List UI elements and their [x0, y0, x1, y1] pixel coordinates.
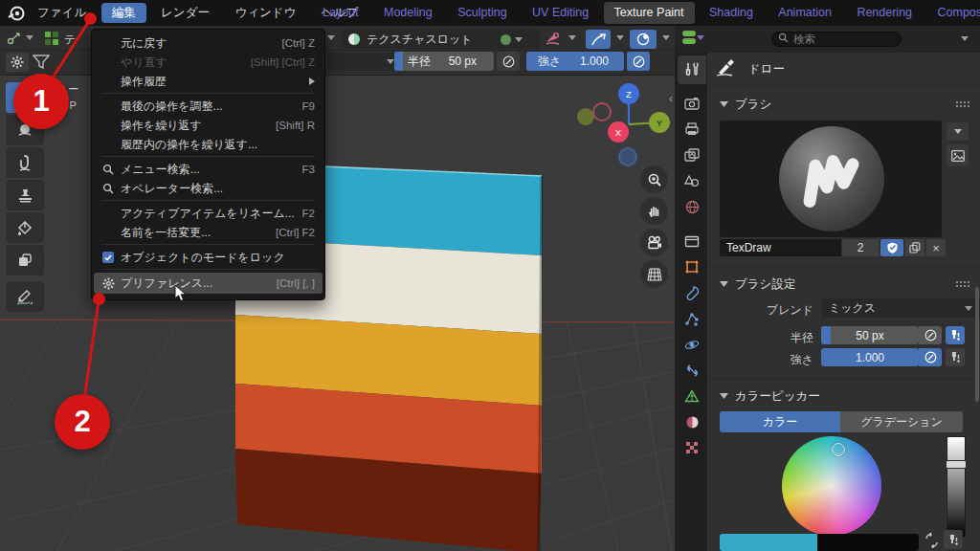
brush-color-dropdown[interactable] [496, 30, 540, 49]
tab-world[interactable] [678, 195, 706, 218]
unlink-brush-button[interactable]: × [926, 239, 946, 256]
menu-item-operator-search[interactable]: オペレーター検索... [94, 179, 323, 198]
tab-texture[interactable] [678, 436, 706, 459]
color-pressure-button[interactable] [944, 530, 963, 549]
menu-item-undo[interactable]: 元に戻す [Ctrl] Z [94, 33, 323, 53]
editor-type-chevron-icon[interactable] [26, 35, 33, 40]
tool-clone[interactable] [6, 180, 44, 210]
tool-fill[interactable] [6, 212, 44, 243]
tab-modifiers[interactable] [678, 281, 706, 304]
header-radius-slider[interactable]: 半径 50 px [394, 52, 494, 71]
brush-icon-button[interactable] [947, 144, 969, 166]
tab-gradient[interactable]: グラデーション [840, 411, 963, 432]
menu-window[interactable]: ウィンドウ [224, 0, 306, 26]
brush-asset-chevron-icon[interactable] [327, 35, 335, 40]
tab-material[interactable] [678, 410, 706, 433]
secondary-color-swatch[interactable] [817, 534, 919, 551]
properties-options-chevron-icon[interactable] [961, 36, 969, 41]
active-tool-row[interactable] [716, 58, 735, 77]
pan-button[interactable] [640, 197, 668, 225]
tab-sculpting[interactable]: Sculpting [447, 0, 517, 26]
brush-texture-dropdown[interactable] [327, 53, 400, 71]
header-strength-slider[interactable]: 強さ 1.000 [526, 52, 624, 71]
tab-object[interactable] [678, 255, 706, 278]
value-slider-handle[interactable] [946, 460, 967, 469]
tab-texture-paint[interactable]: Texture Paint [604, 2, 695, 24]
stroke-curve-button[interactable] [586, 30, 611, 49]
tab-animation[interactable]: Animation [768, 0, 842, 26]
menu-edit[interactable]: 編集 [101, 3, 146, 23]
strength-slider[interactable]: 1.000 [821, 348, 919, 366]
perspective-toggle-button[interactable] [640, 260, 668, 288]
curve-chevron-icon[interactable] [616, 35, 624, 40]
tab-modeling[interactable]: Modeling [373, 0, 443, 26]
radius-pressure-segment[interactable] [919, 326, 942, 344]
blend-mode-dropdown[interactable]: ミックス [821, 298, 980, 318]
tab-render[interactable] [678, 92, 706, 115]
brush-settings-caret-icon[interactable] [720, 281, 728, 287]
tab-constraints[interactable] [678, 359, 706, 382]
navigation-gizmo[interactable]: Z Y X [574, 80, 675, 171]
falloff-icon[interactable] [544, 30, 563, 49]
tool-annotate[interactable] [6, 281, 44, 312]
panel-scrollbar[interactable] [975, 287, 979, 402]
radius-slider[interactable]: 50 px [821, 326, 919, 344]
brush-preview-dropdown-button[interactable] [947, 122, 969, 141]
brush-section-header[interactable]: ブラシ [735, 97, 771, 113]
strength-unified-button[interactable] [946, 348, 965, 366]
paint-mode-icon[interactable] [44, 31, 59, 46]
primary-color-swatch[interactable] [720, 534, 817, 551]
tab-view-layer[interactable] [678, 143, 706, 166]
strength-pressure-segment[interactable] [919, 348, 942, 366]
value-slider[interactable] [947, 436, 966, 538]
tab-particles[interactable] [678, 307, 706, 330]
gear-button[interactable] [6, 53, 29, 72]
tab-uv-editing[interactable]: UV Editing [522, 0, 599, 26]
brush-section-caret-icon[interactable] [720, 101, 728, 107]
tab-collection[interactable] [678, 230, 706, 253]
color-wheel[interactable] [782, 436, 881, 536]
radius-unified-button[interactable] [946, 326, 965, 344]
brush-settings-header[interactable]: ブラシ設定 [735, 276, 795, 293]
menu-item-repeat-history[interactable]: 履歴内の操作を繰り返す... [94, 135, 323, 154]
menu-item-lock-object-modes[interactable]: オブジェクトのモードをロック [94, 248, 323, 267]
falloff-chevron-icon[interactable] [568, 35, 576, 40]
tab-shading[interactable]: Shading [699, 0, 764, 26]
menu-render[interactable]: レンダー [150, 0, 220, 26]
tool-mask[interactable] [6, 245, 44, 276]
tab-layout[interactable]: Layout [312, 0, 369, 26]
menu-item-undo-history[interactable]: 操作履歴 [94, 72, 323, 91]
menu-item-adjust-last-operation[interactable]: 最後の操作を調整... F9 [94, 97, 323, 116]
zoom-button[interactable] [640, 165, 668, 193]
color-picker-caret-icon[interactable] [720, 393, 728, 399]
menu-item-batch-rename[interactable]: 名前を一括変更... [Ctrl] F2 [94, 223, 323, 242]
tab-rendering[interactable]: Rendering [846, 0, 923, 26]
symmetry-button[interactable] [630, 30, 657, 49]
brush-name-field[interactable]: TexDraw [720, 239, 841, 256]
menu-item-preferences[interactable]: プリファレンス... [Ctrl] [, ] [94, 273, 323, 294]
filter-funnel-icon[interactable] [33, 55, 50, 70]
tool-smear[interactable] [6, 147, 44, 178]
tab-compositing[interactable]: Compositing [927, 0, 980, 26]
menu-item-repeat-last[interactable]: 操作を繰り返す [Shift] R [94, 116, 323, 135]
camera-view-button[interactable] [640, 229, 668, 256]
fake-user-button[interactable] [880, 239, 903, 256]
tab-scene[interactable] [678, 169, 706, 192]
menu-item-menu-search[interactable]: メニュー検索... F3 [94, 160, 323, 179]
swap-colors-icon[interactable] [924, 533, 940, 548]
tab-color[interactable]: カラー [720, 411, 840, 432]
tab-object-data[interactable] [678, 385, 706, 408]
color-picker-header[interactable]: カラーピッカー [735, 388, 820, 405]
filter-toggle-button[interactable] [682, 30, 703, 46]
menu-item-rename-active-item[interactable]: アクティブアイテムをリネーム... F2 [94, 204, 323, 223]
duplicate-brush-button[interactable] [905, 239, 924, 256]
editor-type-icon[interactable] [7, 31, 23, 45]
brush-preview[interactable] [720, 121, 942, 237]
header-radius-pressure-button[interactable] [497, 52, 520, 71]
search-input[interactable] [771, 32, 902, 47]
menu-item-redo[interactable]: やり直す [Shift] [Ctrl] Z [94, 53, 323, 72]
symmetry-chevron-icon[interactable] [662, 35, 670, 40]
section-grip-icon[interactable] [955, 100, 970, 107]
tab-physics[interactable] [678, 333, 706, 356]
tab-output[interactable] [678, 118, 706, 141]
